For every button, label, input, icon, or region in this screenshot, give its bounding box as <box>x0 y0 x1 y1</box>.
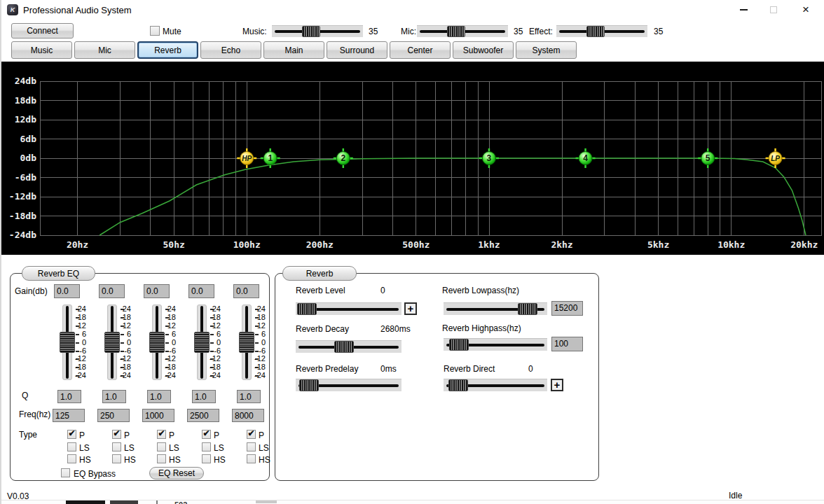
tab-center[interactable]: Center <box>390 41 451 59</box>
ch4-freq-field[interactable]: 2500 <box>187 409 219 422</box>
ch2-type-ls-checkbox[interactable] <box>112 442 121 451</box>
volume-slider-music[interactable] <box>272 25 363 37</box>
ch3-q-field[interactable]: 1.0 <box>147 390 171 403</box>
reverb-predelay-slider-thumb[interactable] <box>299 379 319 391</box>
eq-bypass-checkbox[interactable] <box>61 468 70 477</box>
tab-music[interactable]: Music <box>11 41 72 59</box>
ch4-type-hs-checkbox[interactable] <box>202 454 211 463</box>
volume-slider-label: Mic: <box>401 27 416 36</box>
ch1-scale-number: -18 <box>74 363 86 371</box>
volume-slider-thumb[interactable] <box>447 26 465 37</box>
volume-slider-thumb[interactable] <box>302 26 320 37</box>
eq-reset-button[interactable]: EQ Reset <box>149 467 204 479</box>
tab-subwoofer[interactable]: Subwoofer <box>453 41 514 59</box>
ch4-gain-slider-thumb[interactable] <box>194 332 210 353</box>
connect-button[interactable]: Connect <box>11 23 74 38</box>
mute-checkbox[interactable] <box>150 26 160 36</box>
ch1-gain-field[interactable]: 0.0 <box>54 284 80 298</box>
ch5-q-field[interactable]: 1.0 <box>237 390 261 403</box>
eq-bypass-label: EQ Bypass <box>74 469 116 479</box>
ch2-scale-number: 6 <box>118 330 131 338</box>
reverb-lowpass-hz--slider-thumb[interactable] <box>518 303 537 315</box>
app-icon: K <box>7 4 18 15</box>
volume-slider-label: Effect: <box>529 27 553 36</box>
ch5-gain-slider-thumb[interactable] <box>239 332 254 353</box>
reverb-highpass-hz--slider[interactable] <box>444 338 547 351</box>
ch2-q-field[interactable]: 1.0 <box>102 390 126 403</box>
eq-frequency-graph[interactable]: HP12345LP20hz50hz100hz200hz500hz1khz2khz… <box>1 62 824 255</box>
ch3-gain-slider-thumb[interactable] <box>149 332 165 353</box>
ch1-type-ls-checkbox[interactable] <box>67 442 76 451</box>
ch1-freq-field[interactable]: 125 <box>53 409 85 422</box>
x-axis-label: 5khz <box>634 239 683 250</box>
ch5-type-hs-checkbox[interactable] <box>247 454 256 463</box>
ch2-gain-slider-thumb[interactable] <box>104 332 120 353</box>
ch2-scale-number: -18 <box>118 363 131 371</box>
ch2-scale-number: 24 <box>118 304 131 313</box>
ch4-type-ls-checkbox[interactable] <box>202 442 211 451</box>
y-axis-label: 18db <box>1 95 36 106</box>
ch3-type-hs-label: HS <box>169 455 181 465</box>
x-axis-label: 200hz <box>295 239 344 250</box>
ch2-type-hs-checkbox[interactable] <box>112 454 121 463</box>
maximize-button[interactable] <box>761 0 786 20</box>
eq-marker-LP[interactable]: LP <box>766 148 785 168</box>
ch4-q-field[interactable]: 1.0 <box>192 390 216 403</box>
reverb-lowpass-hz--slider[interactable] <box>444 302 547 315</box>
ch3-scale-number: -6 <box>163 346 176 355</box>
ch3-gain-field[interactable]: 0.0 <box>144 284 170 298</box>
reverb-level-plus-button[interactable]: + <box>404 302 417 315</box>
reverb-direct-slider-thumb[interactable] <box>448 379 468 391</box>
eq-marker-3[interactable]: 3 <box>479 148 499 168</box>
volume-slider-effect[interactable] <box>556 25 647 37</box>
ch3-scale-number: 18 <box>163 313 176 321</box>
ch3-freq-field[interactable]: 1000 <box>142 409 174 422</box>
eq-marker-4[interactable]: 4 <box>576 148 596 168</box>
tab-reverb[interactable]: Reverb <box>137 41 198 59</box>
ch2-scale-number: 18 <box>118 313 131 321</box>
reverb-level-slider-thumb[interactable] <box>297 303 317 315</box>
eq-marker-1[interactable]: 1 <box>261 148 280 168</box>
reverb-predelay-value: 0ms <box>380 364 397 374</box>
ch1-gain-slider-thumb[interactable] <box>60 332 75 353</box>
ch5-gain-field[interactable]: 0.0 <box>233 284 259 298</box>
reverb-predelay-slider[interactable] <box>296 379 401 391</box>
tab-surround[interactable]: Surround <box>327 41 387 59</box>
ch2-type-p-checkbox[interactable] <box>112 430 121 439</box>
ch3-type-p-checkbox[interactable] <box>157 430 166 439</box>
ch5-type-p-label: P <box>259 430 264 440</box>
reverb-decay-slider[interactable] <box>296 340 401 353</box>
ch1-type-p-checkbox[interactable] <box>67 430 76 439</box>
reverb-direct-slider[interactable] <box>444 379 547 391</box>
eq-marker-HP[interactable]: HP <box>237 148 256 168</box>
ch3-type-ls-checkbox[interactable] <box>157 442 166 451</box>
tab-echo[interactable]: Echo <box>200 41 261 59</box>
tab-system[interactable]: System <box>516 41 577 59</box>
ch2-freq-field[interactable]: 250 <box>97 409 130 422</box>
ch4-type-p-checkbox[interactable] <box>202 430 211 439</box>
svg-text:LP: LP <box>771 155 780 162</box>
reverb-highpass-hz--slider-thumb[interactable] <box>449 339 469 351</box>
ch5-freq-field[interactable]: 8000 <box>232 409 264 422</box>
close-button[interactable]: × <box>792 0 820 20</box>
reverb-highpass-hz--field[interactable]: 100 <box>551 337 583 351</box>
ch3-type-hs-checkbox[interactable] <box>157 454 166 463</box>
ch1-q-field[interactable]: 1.0 <box>57 390 81 403</box>
volume-slider-thumb[interactable] <box>586 26 605 37</box>
tab-mic[interactable]: Mic <box>74 41 135 59</box>
ch4-gain-field[interactable]: 0.0 <box>188 284 214 298</box>
reverb-direct-plus-button[interactable]: + <box>551 379 563 391</box>
minimize-button[interactable] <box>731 0 756 20</box>
ch1-type-hs-checkbox[interactable] <box>67 454 76 463</box>
eq-marker-5[interactable]: 5 <box>698 148 717 168</box>
ch5-type-p-checkbox[interactable] <box>247 430 256 439</box>
volume-slider-mic[interactable] <box>417 25 508 37</box>
ch2-gain-field[interactable]: 0.0 <box>99 284 125 298</box>
maximize-icon <box>770 6 777 13</box>
eq-marker-2[interactable]: 2 <box>334 148 353 168</box>
tab-main[interactable]: Main <box>263 41 324 59</box>
reverb-lowpass-hz--field[interactable]: 15200 <box>551 301 583 316</box>
reverb-level-slider[interactable] <box>296 302 401 315</box>
ch5-type-ls-checkbox[interactable] <box>247 442 256 451</box>
reverb-decay-slider-thumb[interactable] <box>334 341 354 353</box>
